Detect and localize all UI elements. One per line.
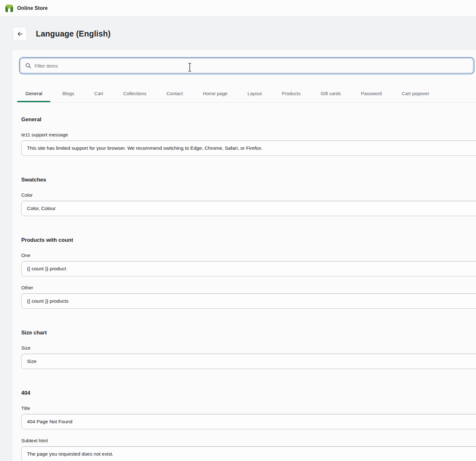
field-label: One [21, 252, 476, 259]
field-label: Subtext html [21, 438, 476, 444]
field-404-subtext: Subtext html [21, 438, 476, 461]
404-title-input[interactable] [21, 414, 476, 429]
products-count-other-input[interactable] [21, 293, 476, 309]
tab-layout[interactable]: Layout [238, 85, 271, 102]
field-ie11-support-message: Ie11 support message [21, 132, 476, 156]
tab-cart[interactable]: Cart [85, 85, 112, 102]
tab-collections[interactable]: Collections [114, 85, 155, 102]
section-heading: Swatches [21, 176, 476, 184]
404-subtext-input[interactable] [21, 446, 476, 461]
section-heading: Size chart [21, 329, 476, 337]
section-heading: Products with count [21, 236, 476, 244]
section-size-chart: Size chart Size [21, 329, 476, 369]
size-chart-size-input[interactable] [21, 354, 476, 369]
field-label: Color [21, 192, 476, 198]
arrow-left-icon [17, 30, 23, 37]
swatches-color-input[interactable] [21, 201, 476, 216]
search-icon [25, 63, 31, 69]
filter-field[interactable] [20, 58, 473, 73]
field-label: Size [21, 345, 476, 351]
back-button[interactable] [13, 27, 27, 41]
tab-gift-cards[interactable]: Gift cards [311, 85, 350, 102]
products-count-one-input[interactable] [21, 261, 476, 276]
field-404-title: Title [21, 405, 476, 429]
translations-card: General Blogs Cart Collections Contact H… [12, 49, 476, 461]
field-size: Size [21, 345, 476, 369]
tab-contact[interactable]: Contact [157, 85, 192, 102]
section-products-with-count: Products with count One Other [21, 236, 476, 309]
app-title: Online Store [17, 5, 48, 11]
page-title: Language (English) [36, 29, 111, 38]
field-label: Title [21, 405, 476, 412]
field-label: Ie11 support message [21, 132, 476, 138]
section-heading: General [21, 116, 476, 123]
tab-cart-popover[interactable]: Cart popover [393, 85, 439, 102]
tab-general[interactable]: General [16, 85, 51, 102]
section-404: 404 Title Subtext html [21, 389, 476, 461]
tab-blogs[interactable]: Blogs [53, 85, 83, 102]
page-header: Language (English) [13, 27, 111, 41]
field-other: Other [21, 285, 476, 309]
section-general: General Ie11 support message [21, 116, 476, 156]
tab-products[interactable]: Products [273, 85, 310, 102]
tab-home-page[interactable]: Home page [194, 85, 237, 102]
field-label: Other [21, 285, 476, 291]
online-store-icon [4, 3, 14, 13]
section-swatches: Swatches Color [21, 176, 476, 216]
topbar: Online Store [0, 0, 476, 16]
field-one: One [21, 252, 476, 276]
ie11-support-message-input[interactable] [21, 141, 476, 156]
tab-password[interactable]: Password [352, 85, 391, 102]
field-color: Color [21, 192, 476, 216]
tab-content: General Ie11 support message Swatches Co… [12, 116, 476, 461]
section-heading: 404 [21, 389, 476, 397]
tab-bar: General Blogs Cart Collections Contact H… [16, 85, 476, 102]
filter-input[interactable] [35, 59, 473, 73]
